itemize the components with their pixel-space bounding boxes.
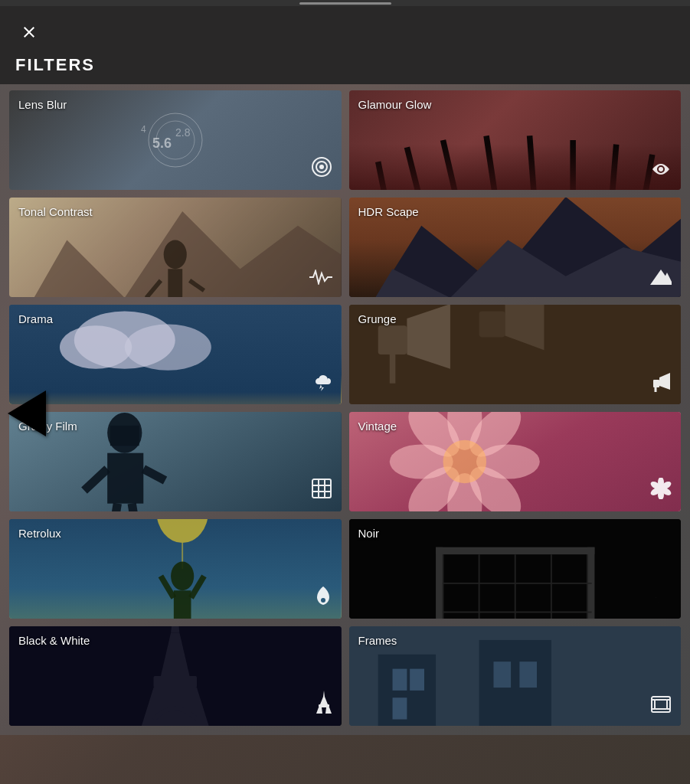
- top-bar: [0, 0, 690, 6]
- tonal-contrast-icon: [309, 268, 332, 289]
- hdr-scape-label: HDR Scape: [358, 205, 419, 218]
- svg-marker-107: [316, 707, 322, 714]
- hdr-scape-icon: [650, 268, 672, 289]
- svg-rect-115: [493, 662, 511, 688]
- svg-point-7: [319, 165, 324, 169]
- frames-label: Frames: [358, 634, 397, 647]
- vintage-icon: [650, 478, 672, 504]
- svg-text:5.6: 5.6: [152, 136, 172, 151]
- svg-rect-114: [479, 640, 551, 726]
- close-icon: [20, 23, 38, 41]
- svg-rect-106: [319, 704, 329, 707]
- grunge-icon: [652, 372, 672, 397]
- svg-point-19: [164, 240, 187, 270]
- grunge-label: Grunge: [358, 312, 397, 325]
- filter-card-black-white[interactable]: Black & White: [9, 626, 342, 726]
- moon-icon: [653, 588, 672, 606]
- filter-grid-area: 5.6 2.8 4 Lens Blur: [0, 84, 690, 735]
- close-button[interactable]: [15, 18, 43, 46]
- noir-label: Noir: [358, 527, 380, 540]
- svg-rect-113: [392, 697, 407, 719]
- filter-card-vintage[interactable]: Vintage: [349, 412, 682, 511]
- storm-cloud-icon: [311, 371, 332, 392]
- retrolux-icon: [314, 585, 332, 611]
- black-white-icon: [316, 691, 332, 718]
- flower-icon: [650, 478, 672, 499]
- grainy-film-icon: [311, 478, 332, 504]
- grid-icon: [311, 478, 332, 499]
- svg-rect-37: [378, 325, 407, 354]
- svg-rect-112: [410, 669, 424, 691]
- scroll-indicator: [299, 2, 391, 5]
- glamour-glow-label: Glamour Glow: [358, 98, 432, 111]
- svg-rect-79: [174, 590, 191, 619]
- svg-rect-116: [519, 662, 537, 688]
- drama-label: Drama: [18, 312, 53, 325]
- drama-icon: [311, 371, 332, 397]
- glamour-glow-icon: [650, 161, 672, 182]
- svg-point-32: [60, 325, 132, 369]
- frames-bg: [349, 626, 682, 726]
- tag-icon: [314, 585, 332, 606]
- noir-icon: [653, 588, 672, 611]
- svg-point-67: [443, 440, 486, 484]
- mountain-icon: [650, 270, 672, 285]
- drama-visual: [9, 305, 342, 404]
- arrow-shape: [8, 390, 46, 436]
- svg-rect-40: [479, 311, 505, 337]
- svg-rect-42: [653, 380, 659, 387]
- filter-card-glamour-glow[interactable]: Glamour Glow: [349, 90, 682, 190]
- svg-text:2.8: 2.8: [175, 126, 191, 139]
- svg-marker-97: [171, 626, 179, 632]
- eye-icon: [650, 161, 672, 178]
- grunge-visual: [349, 305, 682, 404]
- svg-rect-86: [436, 547, 443, 619]
- frames-icon: [650, 695, 672, 718]
- svg-point-84: [321, 598, 325, 603]
- header: FILTERS: [0, 6, 690, 84]
- filter-grid: 5.6 2.8 4 Lens Blur: [9, 90, 681, 726]
- retrolux-label: Retrolux: [18, 527, 61, 540]
- waveform-icon: [309, 270, 332, 285]
- filter-card-hdr-scape[interactable]: HDR Scape: [349, 198, 682, 297]
- svg-point-33: [125, 324, 211, 370]
- filter-card-retrolux[interactable]: Retrolux: [9, 519, 342, 619]
- filter-card-frames[interactable]: Frames: [349, 626, 682, 726]
- lens-blur-icon: [311, 156, 332, 182]
- svg-rect-118: [655, 700, 667, 709]
- filters-title: FILTERS: [15, 55, 675, 75]
- target-icon: [311, 156, 332, 178]
- noir-visual: [349, 519, 682, 619]
- svg-point-78: [171, 562, 194, 591]
- filter-card-grunge[interactable]: Grunge: [349, 305, 682, 404]
- svg-rect-20: [168, 269, 182, 297]
- noir-bg: [349, 519, 682, 619]
- lens-blur-label: Lens Blur: [18, 98, 67, 111]
- filters-panel: FILTERS 5.6 2.8 4 Lens Blur: [0, 0, 690, 784]
- filter-card-noir[interactable]: Noir: [349, 519, 682, 619]
- svg-rect-88: [436, 547, 594, 554]
- filter-card-drama[interactable]: Drama: [9, 305, 342, 404]
- filter-card-lens-blur[interactable]: 5.6 2.8 4 Lens Blur: [9, 90, 342, 190]
- app-container: FILTERS 5.6 2.8 4 Lens Blur: [0, 0, 690, 784]
- svg-rect-99: [153, 676, 197, 688]
- svg-rect-48: [107, 453, 143, 504]
- svg-point-16: [659, 167, 663, 172]
- svg-marker-35: [319, 384, 324, 391]
- frame-icon: [650, 695, 672, 714]
- megaphone-icon: [652, 372, 672, 392]
- drama-bg: [9, 305, 342, 404]
- svg-rect-53: [312, 479, 331, 498]
- tower-icon: [316, 691, 332, 714]
- svg-text:4: 4: [141, 124, 146, 135]
- filter-card-tonal-contrast[interactable]: Tonal Contrast: [9, 198, 342, 297]
- svg-point-74: [657, 485, 665, 492]
- filter-card-grainy-film[interactable]: Grainy Film: [9, 412, 342, 511]
- tonal-contrast-label: Tonal Contrast: [18, 205, 93, 218]
- vintage-bg: [349, 412, 682, 511]
- vintage-label: Vintage: [358, 420, 397, 433]
- arrow-indicator: [8, 390, 46, 436]
- svg-marker-104: [323, 691, 325, 697]
- vintage-visual: [349, 412, 682, 511]
- svg-rect-111: [392, 669, 407, 691]
